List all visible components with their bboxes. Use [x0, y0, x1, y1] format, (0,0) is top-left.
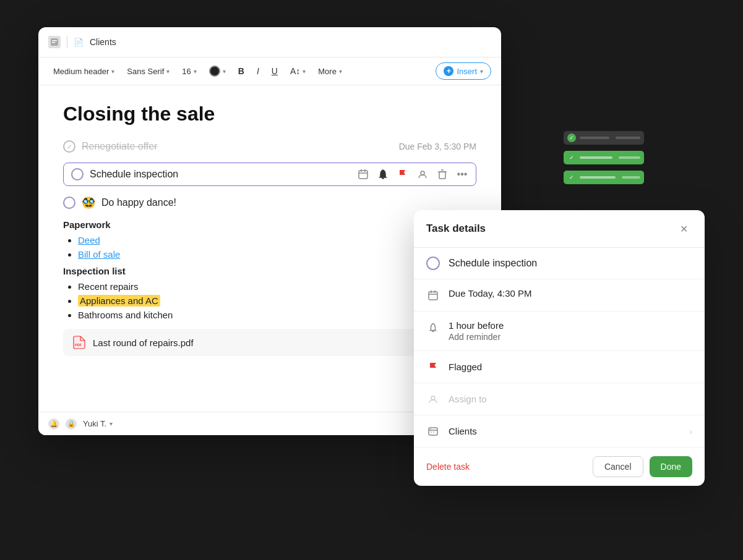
- size-chevron-icon: ▾: [194, 68, 197, 75]
- done-button[interactable]: Done: [650, 456, 692, 477]
- more-button[interactable]: More ▾: [313, 64, 347, 78]
- task-preview-circle: ✓ ✓ ✓: [548, 102, 659, 213]
- task-active-circle-icon: [71, 168, 84, 180]
- panel-task-circle-icon[interactable]: [426, 257, 440, 270]
- svg-point-19: [430, 428, 431, 430]
- panel-assign-icon: [426, 392, 440, 406]
- more-chevron-icon: ▾: [339, 68, 342, 75]
- bill-of-sale-link[interactable]: Bill of sale: [78, 249, 120, 260]
- preview-row-2: ✓: [564, 151, 644, 164]
- insert-button[interactable]: + Insert ▾: [436, 62, 491, 80]
- svg-rect-17: [429, 428, 437, 435]
- panel-footer: Delete task Cancel Done: [414, 448, 705, 486]
- task-dance-circle-icon: [63, 197, 75, 209]
- panel-bell-icon: [426, 321, 440, 334]
- editor-titlebar: 📄 Clients: [38, 27, 501, 57]
- font-selector[interactable]: Sans Serif ▾: [122, 64, 174, 78]
- calendar-icon[interactable]: [357, 168, 369, 180]
- format-chevron-icon: ▾: [111, 68, 114, 75]
- task-dance-emoji: 🥸: [82, 196, 95, 210]
- preview-check-1: ✓: [567, 134, 576, 142]
- panel-reminder-row[interactable]: 1 hour before Add reminder: [414, 312, 705, 351]
- svg-rect-1: [52, 40, 57, 41]
- insert-plus-icon: +: [444, 66, 453, 76]
- svg-rect-3: [359, 171, 367, 179]
- color-chevron-icon: ▾: [223, 68, 226, 75]
- more-dots-icon[interactable]: •••: [456, 168, 468, 180]
- preview-check-3: ✓: [567, 173, 576, 182]
- panel-reminder-main: 1 hour before: [449, 320, 504, 331]
- italic-button[interactable]: I: [252, 64, 264, 78]
- insert-chevron-icon: ▾: [480, 68, 483, 75]
- svg-rect-12: [429, 292, 437, 300]
- task-done-row[interactable]: ✓ Renegotiate offer Due Feb 3, 5:30 PM: [63, 140, 476, 153]
- cancel-button[interactable]: Cancel: [593, 456, 643, 477]
- font-size-button[interactable]: A↕ ▾: [285, 64, 311, 78]
- panel-project-row[interactable]: Clients ›: [414, 415, 705, 448]
- panel-due-date-row[interactable]: Due Today, 4:30 PM: [414, 279, 705, 312]
- task-dance-text: Do happy dance!: [101, 197, 176, 208]
- delete-task-button[interactable]: Delete task: [426, 462, 470, 472]
- appliances-highlight: Appliances and AC: [78, 295, 160, 307]
- trash-icon[interactable]: [436, 168, 449, 180]
- task-done-text: Renegotiate offer: [82, 141, 157, 152]
- panel-task-name-row: Schedule inspection: [414, 248, 705, 279]
- statusbar-bell-icon: 🔔: [48, 418, 59, 430]
- flag-icon[interactable]: [397, 168, 409, 180]
- task-dance-row[interactable]: 🥸 Do happy dance!: [63, 193, 476, 212]
- preview-line-2: [580, 156, 612, 159]
- panel-due-date-text: Due Today, 4:30 PM: [449, 288, 532, 299]
- preview-row-1: ✓: [564, 131, 644, 145]
- panel-flagged-row[interactable]: Flagged: [414, 351, 705, 383]
- panel-project-chevron-icon: ›: [689, 426, 692, 436]
- user-chevron-icon: ▾: [110, 420, 113, 427]
- panel-assign-row[interactable]: Assign to: [414, 383, 705, 415]
- underline-button[interactable]: U: [267, 64, 283, 78]
- panel-header: Task details ✕: [414, 210, 705, 248]
- task-done-due: Due Feb 3, 5:30 PM: [399, 142, 476, 151]
- footer-actions: Cancel Done: [593, 456, 692, 477]
- panel-close-button[interactable]: ✕: [675, 220, 692, 237]
- color-circle: [209, 66, 220, 77]
- preview-row-3: ✓: [564, 171, 644, 184]
- task-active-text[interactable]: Schedule inspection: [90, 169, 351, 180]
- doc-main-title: Closing the sale: [63, 103, 476, 125]
- svg-rect-8: [439, 172, 445, 179]
- panel-flag-icon: [426, 360, 440, 374]
- editor-toolbar: Medium header ▾ Sans Serif ▾ 16 ▾ ▾ B I …: [38, 57, 501, 85]
- panel-flagged-text: Flagged: [449, 362, 482, 372]
- statusbar-user[interactable]: Yuki T. ▾: [83, 419, 113, 428]
- bell-icon[interactable]: [377, 168, 389, 180]
- panel-task-name: Schedule inspection: [449, 258, 537, 269]
- panel-due-date-content: Due Today, 4:30 PM: [449, 288, 532, 299]
- panel-title: Task details: [426, 223, 486, 235]
- editor-app-icon: [48, 36, 61, 48]
- task-details-panel: Task details ✕ Schedule inspection Due T…: [414, 210, 705, 486]
- bold-button[interactable]: B: [233, 64, 249, 78]
- svg-point-16: [431, 396, 435, 400]
- font-chevron-icon: ▾: [166, 68, 170, 75]
- panel-project-text: Clients: [449, 426, 477, 436]
- doc-file-icon: 📄: [74, 38, 84, 47]
- preview-check-2: ✓: [567, 153, 576, 162]
- panel-reminder-content: 1 hour before Add reminder: [449, 320, 504, 342]
- svg-text:PDF: PDF: [75, 343, 82, 347]
- task-done-check-icon: ✓: [63, 140, 75, 153]
- color-picker-btn[interactable]: ▾: [204, 63, 231, 79]
- titlebar-divider: [67, 36, 67, 48]
- pdf-name: Last round of repairs.pdf: [93, 337, 194, 348]
- doc-title: Clients: [90, 37, 116, 47]
- size-selector[interactable]: 16 ▾: [177, 64, 201, 78]
- statusbar-lock-icon: 🔒: [66, 418, 77, 430]
- task-action-icons: •••: [357, 168, 468, 180]
- fontsize-chevron-icon: ▾: [303, 68, 306, 75]
- preview-line-3: [580, 176, 616, 179]
- format-selector[interactable]: Medium header ▾: [48, 64, 119, 78]
- assign-icon[interactable]: [416, 168, 429, 180]
- panel-project-icon: [426, 425, 440, 438]
- panel-reminder-sub: Add reminder: [449, 332, 504, 342]
- panel-assign-placeholder: Assign to: [449, 394, 487, 404]
- preview-line-1: [580, 137, 609, 139]
- deed-link[interactable]: Deed: [78, 235, 100, 245]
- task-active-row[interactable]: Schedule inspection: [63, 163, 476, 186]
